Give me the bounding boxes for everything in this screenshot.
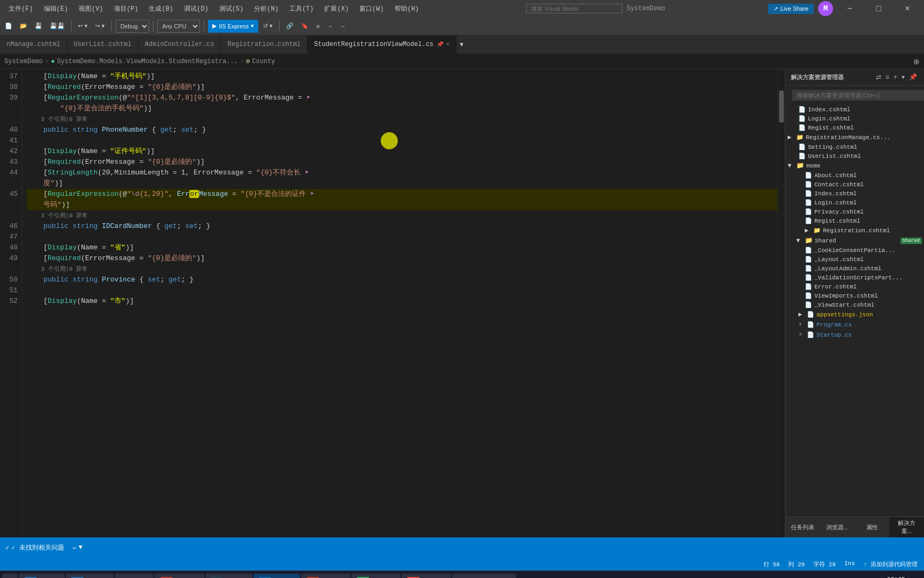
menu-edit[interactable]: 编辑(E) [40,3,73,14]
tree-item-setting[interactable]: 📄 Setting.cshtml [786,142,924,151]
refresh-btn[interactable]: ↺ ▾ [260,21,275,31]
tree-item-contact[interactable]: 📄 Contact.cshtml [786,180,924,189]
code-editor[interactable]: 37 38 39 40 41 42 43 44 45 46 47 48 49 5… [0,69,785,537]
start-button[interactable]: ⊞ [2,574,18,579]
user-avatar[interactable]: M [818,1,833,16]
taskbar: ⊞ 🖥️ Micro... 🪟 Windo... ⚙️ 设置 📝 有道云... … [0,571,924,578]
code-content[interactable]: [Display(Name = "手机号码")] [Required(Error… [22,69,777,537]
save-all-btn[interactable]: 💾💾 [47,21,67,31]
menu-tools[interactable]: 工具(T) [285,3,318,14]
live-share-button[interactable]: ↗ Live Share [768,4,814,14]
tree-item-index1[interactable]: 📄 Index.cshtml [786,105,924,114]
tree-item-regmanage[interactable]: ▶ 📁 RegistrationManage.cs... [786,132,924,142]
run-dropdown-icon: ▾ [251,22,254,29]
tree-item-shared[interactable]: ▼ 📁 Shared Shared [786,235,924,246]
menu-file[interactable]: 文件(F) [4,3,37,14]
menu-help[interactable]: 帮助(H) [390,3,424,14]
breadcrumb-project[interactable]: SystemDemo [4,58,43,65]
tree-item-privacy[interactable]: 📄 Privacy.cshtml [786,207,924,216]
tab-nmanage[interactable]: nManage.cshtml [0,35,67,54]
status-item-problems: ✓ ✓ 未找到相关问题 [5,543,64,552]
menu-build[interactable]: 生成(B) [144,3,178,14]
taskbar-settings[interactable]: ⚙️ 设置 [115,574,153,579]
tree-item-userlist[interactable]: 📄 UserList.cshtml [786,151,924,161]
tree-item-layout[interactable]: 📄 _Layout.cshtml [786,255,924,264]
new-solution-btn[interactable]: + [892,72,899,82]
solution-view-btn[interactable]: ≡ [884,72,891,82]
sidebar-pin-btn[interactable]: 📌 [907,72,919,82]
tree-item-login1[interactable]: 📄 Login.cshtml [786,114,924,123]
format-btn[interactable]: ≡ [313,21,322,31]
code-line-40: public string PhoneNumber { get; set; } [27,125,777,135]
taskbar-chrome[interactable]: 🌐 新标签... [402,574,451,579]
tab-admincontroller[interactable]: AdminController.cs [138,35,221,54]
undo-btn[interactable]: ↩ ▾ [75,21,90,31]
tree-item-viewimports[interactable]: 📄 ViewImports.cshtml [786,291,924,300]
taskbar-news[interactable]: 📰 更多-北盟网校 [452,574,516,579]
breadcrumb-path[interactable]: SystemDemo.Models.ViewModels.StudentRegi… [57,58,237,65]
tree-item-cookie[interactable]: 📄 _CookieConsentPartia... [786,246,924,255]
tab-userlist[interactable]: UserList.cshtml [67,35,138,54]
attach-btn[interactable]: 🔗 [283,21,296,31]
open-btn[interactable]: 📂 [17,21,30,31]
taskbar-windo[interactable]: 🪟 Windo... [66,574,114,579]
tree-item-index2[interactable]: 📄 Index.cshtml [786,189,924,198]
new-project-btn[interactable]: 📄 [2,21,15,31]
platform-select[interactable]: Any CPU [157,20,200,33]
tab-registration[interactable]: Registration.cshtml [221,35,307,54]
maximize-button[interactable]: □ [866,0,891,17]
sidebar-search-input[interactable] [792,90,924,101]
tab-properties[interactable]: 属性 [855,517,890,537]
tab-solution[interactable]: 解决方案... [889,517,924,537]
taskbar-flask[interactable]: 🔍 flask -... [205,574,253,579]
tab-studentregistration[interactable]: StudentRegistrationViewModel.cs 📌 × [307,35,456,54]
taskbar-netease[interactable]: 🎵 网易云... [301,574,350,579]
tree-item-regcshtml[interactable]: ▶ 📁 Registration.cshtml [786,225,924,235]
menu-test[interactable]: 测试(S) [215,3,248,14]
vs-search-input[interactable] [526,4,622,13]
redo-btn[interactable]: ↪ ▾ [93,21,107,31]
breadcrumb-member[interactable]: County [252,58,275,65]
filter-btn[interactable]: ▾ [900,72,906,82]
menu-view[interactable]: 视图(V) [74,3,107,14]
taskbar-youdao[interactable]: 📝 有道云... [155,574,204,579]
taskbar-system[interactable]: 💻 Syste... [253,574,300,579]
bookmark-btn[interactable]: 🔖 [298,21,311,31]
tree-item-program[interactable]: ⚡ 📄 Program.cs [786,320,924,330]
tree-item-appsettings[interactable]: ▶ 📄 appsettings.json [786,309,924,320]
tab-browser[interactable]: 浏览器... [820,517,855,537]
expand-editor-btn[interactable]: ⊕ [913,57,920,66]
tab-overflow-btn[interactable]: ▾ [457,35,467,54]
add-to-git-label[interactable]: ↑ 添加到源代码管理 [864,560,918,568]
tree-item-validation[interactable]: 📄 _ValidationScriptsPart... [786,273,924,282]
menu-debug[interactable]: 调试(D) [180,3,213,14]
run-button[interactable]: ▶ IIS Express ▾ [208,20,258,33]
tree-item-login2[interactable]: 📄 Login.cshtml [786,198,924,207]
tree-item-error[interactable]: 📄 Error.cshtml [786,282,924,291]
minimize-button[interactable]: − [837,0,862,17]
info-bar-right: 行 58 列 29 字符 29 Ins ↑ 添加到源代码管理 [764,560,918,568]
tree-item-viewstart[interactable]: 📄 _ViewStart.cshtml [786,300,924,309]
taskbar-micro[interactable]: 🖥️ Micro... [19,574,65,579]
vertical-scrollbar[interactable] [777,69,785,537]
outdent-btn[interactable]: ← [338,21,349,31]
taskbar-student[interactable]: 📋 学生管... [351,574,401,579]
close-button[interactable]: × [895,0,920,17]
build-config-select[interactable]: Debug [116,20,149,33]
save-btn[interactable]: 💾 [32,21,45,31]
tab-tasklist[interactable]: 任务列表 [786,517,820,537]
menu-window[interactable]: 窗口(W) [355,3,388,14]
menu-ext[interactable]: 扩展(X) [320,3,353,14]
tree-item-regist2[interactable]: 📄 Regist.cshtml [786,216,924,225]
indent-btn[interactable]: → [325,21,336,31]
run-target-label: IIS Express [219,23,249,29]
tree-item-home[interactable]: ▼ 📁 Home [786,161,924,171]
menu-analyze[interactable]: 分析(N) [250,3,283,14]
tree-item-about[interactable]: 📄 About.cshtml [786,171,924,180]
tree-item-layoutadmin[interactable]: 📄 _LayoutAdmin.cshtml [786,264,924,273]
tree-item-regist1[interactable]: 📄 Regist.cshtml [786,123,924,132]
menu-project[interactable]: 项目(P) [110,3,143,14]
sync-btn[interactable]: ⇄ [874,72,883,82]
tree-item-startup[interactable]: ⚡ 📄 Startup.cs [786,330,924,340]
tab-close-btn[interactable]: × [446,42,450,48]
